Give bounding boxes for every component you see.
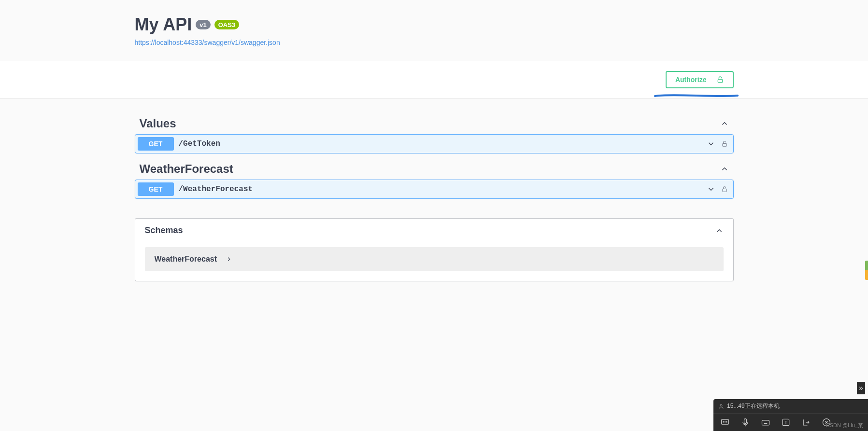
svg-text:T: T bbox=[784, 420, 787, 425]
schema-name: WeatherForecast bbox=[155, 255, 217, 264]
tag-section-values: Values GET /GetToken bbox=[135, 113, 734, 153]
lock-icon[interactable] bbox=[721, 140, 728, 147]
svg-point-5 bbox=[723, 422, 724, 422]
api-title: My API bbox=[135, 14, 192, 35]
microphone-icon[interactable] bbox=[740, 417, 750, 427]
tag-name: Values bbox=[140, 117, 176, 130]
svg-point-7 bbox=[726, 422, 727, 422]
svg-point-6 bbox=[725, 422, 725, 422]
export-icon[interactable] bbox=[801, 417, 811, 427]
version-badge: v1 bbox=[196, 20, 210, 29]
svg-point-3 bbox=[720, 404, 722, 406]
person-icon bbox=[718, 403, 724, 409]
operation-get-weatherforecast[interactable]: GET /WeatherForecast bbox=[135, 180, 734, 199]
tag-header-weatherforecast[interactable]: WeatherForecast bbox=[135, 158, 734, 180]
ime-status-text: 15...49正在远程本机 bbox=[727, 402, 780, 410]
swagger-url-link[interactable]: https://localhost:44333/swagger/v1/swagg… bbox=[135, 39, 280, 46]
method-badge: GET bbox=[138, 137, 174, 151]
chevron-down-icon bbox=[707, 139, 715, 148]
chevron-up-icon bbox=[715, 226, 724, 235]
annotation-underline bbox=[654, 94, 739, 97]
svg-rect-8 bbox=[744, 419, 747, 424]
right-side-tab[interactable] bbox=[865, 261, 868, 280]
oas-badge: OAS3 bbox=[214, 20, 239, 29]
authorize-button[interactable]: Authorize bbox=[666, 71, 734, 88]
svg-rect-2 bbox=[722, 189, 726, 192]
method-badge: GET bbox=[138, 182, 174, 196]
expand-icon[interactable]: » bbox=[857, 382, 865, 394]
tag-section-weatherforecast: WeatherForecast GET /WeatherForecast bbox=[135, 158, 734, 199]
chat-icon[interactable] bbox=[720, 417, 730, 427]
ime-toolbar: » 15...49正在远程本机 T bbox=[713, 399, 868, 431]
schemas-header[interactable]: Schemas bbox=[135, 219, 733, 242]
endpoint-path: /WeatherForecast bbox=[179, 185, 707, 194]
lock-icon[interactable] bbox=[721, 186, 728, 193]
schemas-title: Schemas bbox=[145, 225, 183, 236]
schema-item-weatherforecast[interactable]: WeatherForecast bbox=[145, 247, 724, 271]
svg-rect-0 bbox=[718, 79, 722, 83]
chevron-up-icon bbox=[720, 119, 729, 128]
chevron-right-icon bbox=[226, 256, 232, 263]
tag-header-values[interactable]: Values bbox=[135, 113, 734, 134]
close-circle-icon[interactable] bbox=[822, 417, 831, 427]
chevron-down-icon bbox=[707, 185, 715, 194]
text-mode-icon[interactable]: T bbox=[781, 417, 791, 427]
operation-get-gettoken[interactable]: GET /GetToken bbox=[135, 134, 734, 153]
unlock-icon bbox=[716, 76, 724, 83]
endpoint-path: /GetToken bbox=[179, 139, 707, 148]
svg-rect-1 bbox=[722, 143, 726, 146]
chevron-up-icon bbox=[720, 165, 729, 173]
tag-name: WeatherForecast bbox=[140, 162, 233, 176]
keyboard-icon[interactable] bbox=[761, 417, 770, 427]
schemas-section: Schemas WeatherForecast bbox=[135, 218, 734, 281]
authorize-label: Authorize bbox=[675, 76, 707, 83]
svg-rect-10 bbox=[762, 420, 769, 425]
